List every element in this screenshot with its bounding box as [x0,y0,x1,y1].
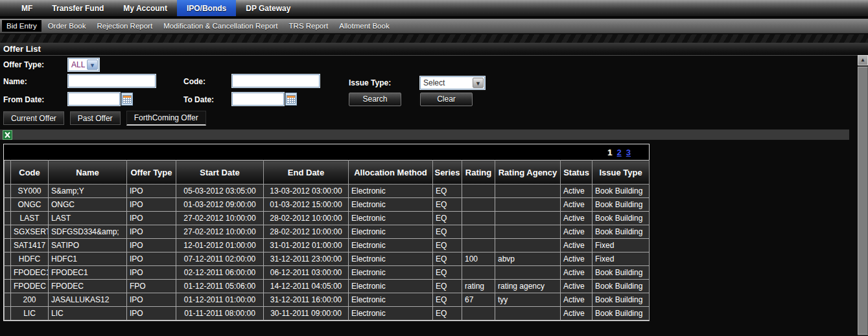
offer-type-select[interactable]: ALL ▼ [68,58,99,71]
cell-offer-type: IPO [127,185,176,198]
column-header-allocation-method: Allocation Method [349,161,433,185]
vertical-scrollbar[interactable]: ▲ [858,55,868,336]
issue-type-select[interactable]: Select ▼ [420,76,485,89]
cell-code: HDFC [11,252,49,266]
subnav-item-order-book[interactable]: Order Book [43,20,91,32]
column-header-rating-agency: Rating Agency [495,161,561,185]
column-header-code: Code [11,161,49,185]
to-date-calendar-button[interactable] [285,93,297,106]
cell-end-date: 14-12-2011 04:05:00 [264,280,349,293]
cell-rating [462,185,495,198]
cell-rating [462,212,495,225]
tab-forthcoming-offer[interactable]: ForthComing Offer [126,111,206,126]
cell-code: SAT1417 [11,239,49,252]
cell-issue-type: Book Building [592,185,650,198]
cell-end-date: 31-12-2011 16:00:00 [264,293,349,307]
code-input[interactable] [232,74,320,87]
nav-item-my-account[interactable]: My Account [113,0,177,16]
page-title-bar: Offer List [0,43,868,56]
search-button[interactable]: Search [349,93,401,106]
cell-start-date: 12-01-2012 01:00:00 [176,239,264,252]
cell-start-date: 27-02-2012 10:00:00 [176,212,264,225]
cell-start-date: 27-02-2012 10:00:00 [176,225,264,239]
cell-allocation-method: Electronic [349,212,433,225]
cell-offer-type: FPO [127,280,176,293]
excel-export-icon[interactable] [3,130,12,140]
table-row[interactable]: SGXSERTSDFGSD334&amp;IPO27-02-2012 10:00… [5,225,650,239]
name-input[interactable] [68,74,156,87]
cell-status: Active [561,185,592,198]
cell-end-date: 31-12-2011 23:00:00 [264,252,349,266]
export-strip [0,129,849,140]
top-nav-items: MFTransfer FundMy AccountIPO/BondsDP Gat… [12,0,300,16]
tab-current-offer[interactable]: Current Offer [3,111,64,125]
to-date-input[interactable] [232,93,284,106]
offer-type-label: Offer Type: [3,60,44,69]
cell-name: FPODEC1 [49,266,127,280]
cell-end-date: 06-12-2011 03:00:00 [264,266,349,280]
cell-name: HDFC1 [49,252,127,266]
cell-rating-agency [495,239,561,252]
tab-past-offer[interactable]: Past Offer [70,111,121,125]
cell-series: EQ [433,252,462,266]
cell-offer-type: IPO [127,266,176,280]
nav-item-dp-gateway[interactable]: DP Gateway [236,0,300,16]
table-row[interactable]: LICLICIPO01-11-2011 08:00:0030-11-2011 0… [5,307,650,320]
cell-offer-type: IPO [127,239,176,252]
table-row[interactable]: 200JASALLUKAS12IPO01-12-2011 01:00:0031-… [5,293,650,307]
texture-band [0,34,868,43]
cell-code: FPODEC [11,280,49,293]
subnav-item-modification-cancellation-report[interactable]: Modification & Cancellation Report [159,20,282,32]
scrollbar-thumb[interactable] [858,67,868,335]
issue-type-label: Issue Type: [349,78,391,87]
cell-allocation-method: Electronic [349,293,433,307]
nav-item-transfer-fund[interactable]: Transfer Fund [42,0,113,16]
page-title: Offer List [3,44,41,54]
cell-code: LIC [11,307,49,320]
cell-rating [462,266,495,280]
cell-rating: rating [462,280,495,293]
column-header-start-date: Start Date [176,161,264,185]
cell-offer-type: IPO [127,307,176,320]
offer-table: CodeNameOffer TypeStart DateEnd DateAllo… [4,160,650,320]
column-header-status: Status [561,161,592,185]
cell-status: Active [561,198,592,212]
table-row[interactable]: ONGCONGCIPO01-03-2012 09:00:0001-03-2012… [5,198,650,212]
table-row[interactable]: FPODEC1FPODEC1IPO02-12-2011 06:00:0006-1… [5,266,650,280]
cell-rating [462,198,495,212]
table-row[interactable]: LASTLASTIPO27-02-2012 10:00:0028-02-2012… [5,212,650,225]
cell-allocation-method: Electronic [349,266,433,280]
cell-allocation-method: Electronic [349,225,433,239]
cell-start-date: 01-03-2012 09:00:00 [176,198,264,212]
table-row[interactable]: HDFCHDFC1IPO07-12-2011 02:00:0031-12-201… [5,252,650,266]
cell-name: FPODEC [49,280,127,293]
table-row[interactable]: SY000S&amp;YIPO05-03-2012 03:05:0013-03-… [5,185,650,198]
chevron-down-icon: ▼ [473,78,484,88]
subnav-item-bid-entry[interactable]: Bid Entry [2,20,41,32]
cell-name: S&amp;Y [49,185,127,198]
nav-item-mf[interactable]: MF [12,0,42,16]
cell-rating-agency [495,198,561,212]
cell-rating-agency [495,212,561,225]
scroll-up-arrow-icon[interactable]: ▲ [858,55,868,65]
offer-tabs: Current OfferPast OfferForthComing Offer [3,111,206,126]
table-row[interactable]: SAT1417SATIPOIPO12-01-2012 01:00:0031-01… [5,239,650,252]
row-select-cell [5,266,11,280]
cell-end-date: 31-01-2012 01:00:00 [264,239,349,252]
subnav-item-allotment-book[interactable]: Allotment Book [334,20,393,32]
cell-end-date: 13-03-2012 03:00:00 [264,185,349,198]
row-select-cell [5,185,11,198]
from-date-calendar-button[interactable] [121,93,133,106]
table-row[interactable]: FPODECFPODECFPO01-12-2011 05:06:0014-12-… [5,280,650,293]
nav-item-ipo-bonds[interactable]: IPO/Bonds [177,0,236,16]
subnav-item-rejection-report[interactable]: Rejection Report [92,20,157,32]
from-date-input[interactable] [68,93,120,106]
issue-type-selected-value: Select [421,78,445,87]
pagination-page-link-3[interactable]: 3 [626,148,631,157]
subnav-item-trs-report[interactable]: TRS Report [285,20,333,32]
row-select-cell [5,239,11,252]
column-header-issue-type: Issue Type [592,161,650,185]
clear-button[interactable]: Clear [420,93,473,106]
cell-rating: 100 [462,252,495,266]
pagination-page-link-2[interactable]: 2 [617,148,622,157]
